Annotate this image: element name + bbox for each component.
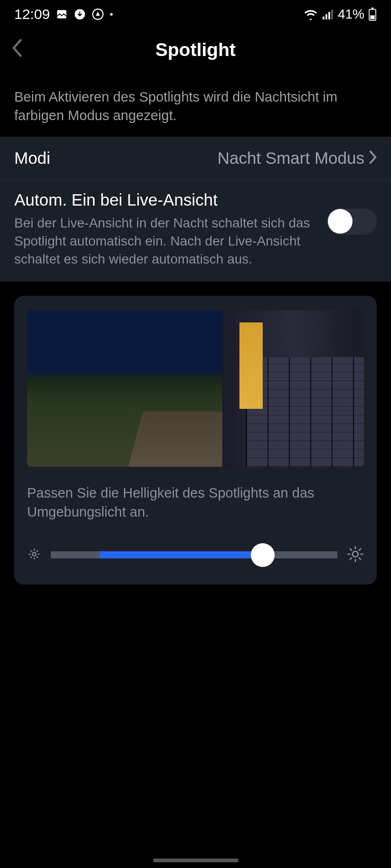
svg-line-26 [350, 557, 352, 559]
svg-line-17 [30, 557, 32, 558]
slider-track [51, 551, 337, 558]
status-time: 12:09 [14, 6, 50, 22]
battery-icon [368, 8, 377, 21]
brightness-slider[interactable] [51, 551, 337, 559]
svg-rect-6 [331, 9, 333, 19]
mode-row[interactable]: Modi Nacht Smart Modus [0, 137, 391, 180]
svg-rect-4 [325, 14, 327, 19]
update-icon [92, 8, 104, 20]
auto-live-title: Autom. Ein bei Live-Ansicht [14, 190, 317, 209]
brightness-card: Passen Sie die Helligkeit des Spotlights… [14, 296, 377, 585]
status-right: 41% [304, 7, 377, 22]
back-button[interactable] [12, 38, 22, 62]
page-description: Beim Aktivieren des Spotlights wird die … [0, 71, 391, 137]
brightness-high-icon [347, 546, 364, 565]
slider-fill [100, 551, 263, 558]
svg-line-25 [359, 557, 361, 559]
svg-point-19 [353, 551, 358, 557]
svg-rect-3 [323, 17, 324, 19]
page-title: Spotlight [155, 39, 236, 60]
status-bar: 12:09 • 41% [0, 0, 391, 28]
svg-rect-9 [370, 15, 374, 19]
home-indicator[interactable] [153, 859, 238, 862]
svg-line-27 [359, 548, 361, 550]
brightness-low-icon [27, 547, 41, 563]
svg-line-15 [30, 550, 32, 552]
mode-value-wrap: Nacht Smart Modus [218, 148, 377, 168]
svg-line-24 [350, 548, 352, 550]
slider-thumb[interactable] [251, 543, 275, 567]
battery-text: 41% [338, 7, 364, 22]
toggle-knob [328, 209, 353, 234]
auto-live-toggle[interactable] [327, 208, 377, 235]
signal-icon [322, 9, 334, 20]
svg-line-18 [37, 550, 38, 552]
wifi-icon [304, 9, 318, 20]
mode-label: Modi [14, 149, 50, 168]
svg-rect-5 [328, 12, 330, 19]
svg-rect-8 [372, 8, 374, 9]
download-icon [74, 8, 86, 20]
brightness-description: Passen Sie die Helligkeit des Spotlights… [27, 483, 364, 522]
brightness-slider-row [27, 546, 364, 565]
svg-rect-0 [57, 10, 67, 18]
auto-live-row: Autom. Ein bei Live-Ansicht Bei der Live… [0, 180, 391, 281]
mode-value: Nacht Smart Modus [218, 149, 364, 168]
dot-icon: • [110, 9, 113, 20]
status-left: 12:09 • [14, 6, 113, 22]
svg-line-16 [37, 557, 38, 558]
header: Spotlight [0, 28, 391, 71]
chevron-right-icon [369, 148, 377, 168]
camera-preview [27, 310, 364, 467]
svg-point-10 [32, 552, 36, 556]
settings-panel: Modi Nacht Smart Modus Autom. Ein bei Li… [0, 137, 391, 281]
gallery-icon [56, 8, 68, 20]
auto-live-description: Bei der Live-Ansicht in der Nacht schalt… [14, 214, 317, 268]
